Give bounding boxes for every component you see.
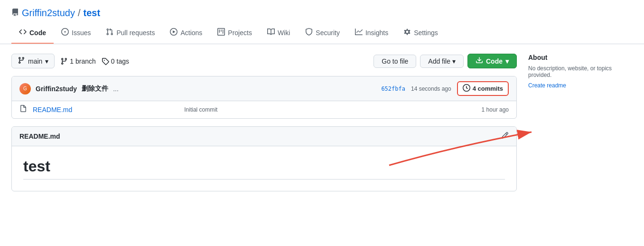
tab-pr-label: Pull requests — [116, 29, 155, 37]
tab-wiki[interactable]: Wiki — [260, 22, 298, 44]
file-time: 1 hour ago — [482, 106, 509, 113]
repo-icon — [11, 8, 19, 19]
tab-projects-label: Projects — [228, 29, 252, 37]
readme-edit-button[interactable] — [501, 132, 509, 141]
wiki-icon — [267, 28, 275, 37]
commit-header-left: G Griffin2study 删除文件 ... — [19, 83, 119, 95]
tab-wiki-label: Wiki — [278, 29, 290, 37]
go-to-file-button[interactable]: Go to file — [373, 55, 416, 68]
readme-header: README.md — [12, 127, 516, 146]
commits-count-button[interactable]: 4 commits — [457, 81, 509, 96]
tab-security[interactable]: Security — [298, 22, 347, 44]
tab-insights-label: Insights — [365, 29, 388, 37]
tab-projects[interactable]: Projects — [210, 22, 260, 44]
tab-code[interactable]: Code — [11, 22, 54, 44]
projects-icon — [217, 28, 225, 37]
branch-chevron-icon: ▾ — [45, 57, 48, 65]
tab-security-label: Security — [316, 29, 340, 37]
pull-requests-icon — [106, 28, 113, 37]
code-button[interactable]: Code ▾ — [467, 54, 517, 68]
commit-message: 删除文件 — [82, 85, 108, 93]
branch-icon — [18, 57, 25, 66]
branch-name: main — [28, 57, 42, 65]
security-icon — [305, 28, 313, 37]
tag-count-info[interactable]: 0 tags — [102, 57, 129, 65]
file-commit-message: Initial commit — [184, 106, 476, 113]
about-description: No description, website, or topics provi… — [528, 65, 633, 78]
side-column: About No description, website, or topics… — [528, 54, 633, 191]
create-readme-link[interactable]: Create readme — [528, 82, 633, 89]
tab-pull-requests[interactable]: Pull requests — [98, 22, 162, 44]
readme-heading: test — [23, 158, 505, 180]
readme-title: README.md — [19, 132, 60, 140]
about-section: About No description, website, or topics… — [528, 54, 633, 89]
repo-name-link[interactable]: test — [83, 8, 100, 19]
code-icon — [19, 28, 27, 37]
issues-icon — [61, 28, 69, 37]
org-name-link[interactable]: Griffin2study — [22, 8, 75, 19]
commits-count-text: 4 commits — [473, 85, 503, 92]
tab-actions-label: Actions — [180, 29, 202, 37]
readme-section: README.md test — [11, 126, 517, 191]
tab-issues-label: Issues — [72, 29, 91, 37]
tab-insights[interactable]: Insights — [347, 22, 396, 44]
add-file-label: Add file — [428, 57, 450, 65]
nav-tabs: Code Issues Pull requests Actions Projec… — [0, 22, 644, 44]
file-name-link[interactable]: README.md — [33, 106, 178, 114]
add-file-button[interactable]: Add file ▾ — [420, 55, 464, 68]
commit-time: 14 seconds ago — [411, 85, 451, 92]
branch-toolbar: main ▾ 1 branch 0 tags Go to file Add fi… — [11, 54, 517, 68]
file-icon — [19, 105, 27, 114]
file-table: G Griffin2study 删除文件 ... 652fbfa 14 seco… — [11, 76, 517, 119]
tab-code-label: Code — [29, 29, 46, 37]
table-row: README.md Initial commit 1 hour ago — [12, 101, 516, 118]
branch-selector-button[interactable]: main ▾ — [11, 54, 55, 68]
commit-sha[interactable]: 652fbfa — [381, 85, 405, 92]
clock-icon — [463, 84, 470, 93]
download-icon — [476, 57, 483, 66]
code-btn-chevron-icon: ▾ — [505, 57, 509, 65]
repo-title: Griffin2study / test — [0, 0, 644, 19]
tab-issues[interactable]: Issues — [54, 22, 98, 44]
commit-header: G Griffin2study 删除文件 ... 652fbfa 14 seco… — [12, 76, 516, 101]
branch-toolbar-right: Go to file Add file ▾ Code ▾ — [373, 54, 517, 68]
branch-count-text: 1 branch — [70, 57, 95, 65]
commit-author: Griffin2study — [36, 85, 77, 93]
code-btn-label: Code — [486, 57, 503, 65]
commit-header-right: 652fbfa 14 seconds ago 4 commits — [381, 81, 509, 96]
main-column: main ▾ 1 branch 0 tags Go to file Add fi… — [11, 54, 517, 191]
actions-icon — [170, 28, 177, 37]
commit-dots[interactable]: ... — [113, 85, 119, 93]
tab-actions[interactable]: Actions — [162, 22, 210, 44]
tab-settings[interactable]: Settings — [396, 22, 446, 44]
about-title: About — [528, 54, 633, 61]
repo-separator: / — [78, 8, 81, 19]
author-avatar: G — [19, 83, 31, 95]
insights-icon — [355, 28, 363, 37]
branch-toolbar-left: main ▾ 1 branch 0 tags — [11, 54, 129, 68]
settings-icon — [403, 28, 411, 37]
page-layout: main ▾ 1 branch 0 tags Go to file Add fi… — [0, 44, 644, 201]
readme-body: test — [12, 146, 516, 191]
branch-count-info[interactable]: 1 branch — [60, 57, 95, 65]
tag-count-text: 0 tags — [111, 57, 129, 65]
tab-settings-label: Settings — [414, 29, 438, 37]
add-file-chevron-icon: ▾ — [452, 57, 456, 65]
